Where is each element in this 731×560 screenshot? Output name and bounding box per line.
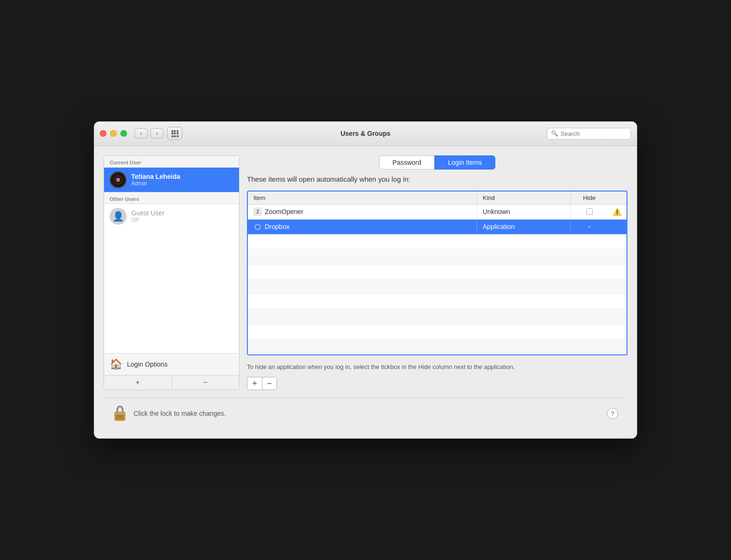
- row-item-label: Dropbox: [265, 223, 290, 230]
- empty-row: [248, 250, 627, 265]
- dropbox-symbol: ⬡: [254, 222, 261, 231]
- window-title: Users & Groups: [341, 130, 391, 137]
- row-hide-checkbox[interactable]: ✓: [570, 221, 608, 233]
- tab-password[interactable]: Password: [379, 155, 434, 169]
- items-table: Item Kind Hide Z ZoomOpener Unknown: [247, 191, 627, 355]
- empty-rows: [248, 235, 627, 354]
- remove-user-button[interactable]: −: [172, 376, 239, 390]
- avatar: [110, 171, 127, 188]
- zoom-icon: Z: [254, 207, 262, 216]
- lock-button[interactable]: [113, 405, 127, 422]
- tab-login-items[interactable]: Login Items: [434, 155, 495, 169]
- nav-buttons: ‹ ›: [134, 128, 164, 139]
- table-row[interactable]: Z ZoomOpener Unknown ⚠️: [248, 205, 627, 220]
- guest-icon: 👤: [112, 211, 124, 222]
- col-warn-header: [608, 192, 627, 204]
- current-user-item[interactable]: Tetiana Leheida Admin: [104, 168, 239, 192]
- minimize-button[interactable]: [110, 130, 117, 137]
- house-icon: 🏠: [110, 358, 122, 370]
- empty-row: [248, 324, 627, 339]
- col-kind-header: Kind: [477, 192, 570, 204]
- user-info: Tetiana Leheida Admin: [131, 173, 180, 187]
- login-options-item[interactable]: 🏠 Login Options: [104, 353, 239, 375]
- row-hide-checkbox[interactable]: [570, 206, 608, 218]
- guest-name: Guest User: [131, 209, 164, 217]
- guest-user-item[interactable]: 👤 Guest User Off: [104, 204, 239, 228]
- empty-row: [248, 265, 627, 280]
- back-button[interactable]: ‹: [134, 128, 148, 139]
- dropbox-icon: ⬡: [254, 222, 262, 231]
- user-name: Tetiana Leheida: [131, 173, 180, 180]
- window: ‹ › Users & Groups 🔍 Current User: [94, 121, 637, 439]
- search-icon: 🔍: [551, 130, 558, 137]
- help-button[interactable]: ?: [607, 408, 618, 419]
- empty-row: [248, 295, 627, 309]
- row-warn: ⚠️: [608, 207, 627, 216]
- guest-avatar: 👤: [110, 208, 127, 225]
- sidebar-bottom-bar: + −: [104, 375, 239, 390]
- tab-bar: Password Login Items: [247, 155, 627, 169]
- empty-row: [248, 309, 627, 324]
- table-header: Item Kind Hide: [248, 192, 627, 205]
- lock-label: Click the lock to make changes.: [134, 410, 600, 417]
- guest-info: Guest User Off: [131, 209, 164, 223]
- empty-row: [248, 280, 627, 295]
- remove-item-button[interactable]: −: [262, 377, 277, 390]
- row-item-label: ZoomOpener: [265, 208, 303, 215]
- col-item-header: Item: [248, 192, 477, 204]
- user-role: Admin: [131, 180, 180, 187]
- guest-status: Off: [131, 217, 164, 223]
- search-box[interactable]: 🔍: [547, 128, 631, 140]
- row-kind-value: Unknown: [477, 205, 570, 218]
- forward-button[interactable]: ›: [150, 128, 164, 139]
- warning-icon: ⚠️: [612, 207, 622, 216]
- sidebar-spacer: [104, 228, 239, 353]
- grid-view-button[interactable]: [167, 127, 182, 140]
- help-text: To hide an application when you log in, …: [247, 363, 627, 371]
- add-user-button[interactable]: +: [104, 376, 172, 390]
- empty-row: [248, 339, 627, 354]
- hide-checkbox-zoom[interactable]: [586, 208, 593, 215]
- traffic-lights: [100, 130, 127, 137]
- row-item-name: ⬡ Dropbox: [248, 220, 477, 234]
- login-options-label: Login Options: [127, 361, 167, 368]
- panel-description: These items will open automatically when…: [247, 175, 627, 183]
- search-input[interactable]: [560, 130, 627, 137]
- current-user-label: Current User: [104, 156, 239, 168]
- table-row[interactable]: ⬡ Dropbox Application ✓: [248, 220, 627, 235]
- bottom-bar: Click the lock to make changes. ?: [104, 398, 627, 429]
- lock-icon: [113, 405, 127, 422]
- close-button[interactable]: [100, 130, 106, 137]
- content: Current User Tetiana Leheida Admin Other…: [94, 146, 637, 438]
- main-area: Current User Tetiana Leheida Admin Other…: [104, 155, 627, 390]
- col-hide-header: Hide: [570, 192, 608, 204]
- row-kind-value: Application: [477, 220, 570, 233]
- bottom-action-buttons: + −: [247, 377, 627, 390]
- hide-checkbox-dropbox[interactable]: ✓: [586, 223, 593, 230]
- add-item-button[interactable]: +: [247, 377, 262, 390]
- empty-row: [248, 235, 627, 250]
- user-avatar-image: [110, 171, 127, 188]
- row-item-name: Z ZoomOpener: [248, 205, 477, 219]
- right-panel: Password Login Items These items will op…: [247, 155, 627, 390]
- sidebar: Current User Tetiana Leheida Admin Other…: [104, 155, 239, 390]
- maximize-button[interactable]: [120, 130, 127, 137]
- svg-point-7: [119, 415, 121, 417]
- titlebar: ‹ › Users & Groups 🔍: [94, 122, 637, 146]
- other-users-label: Other Users: [104, 192, 239, 204]
- grid-icon: [172, 130, 179, 137]
